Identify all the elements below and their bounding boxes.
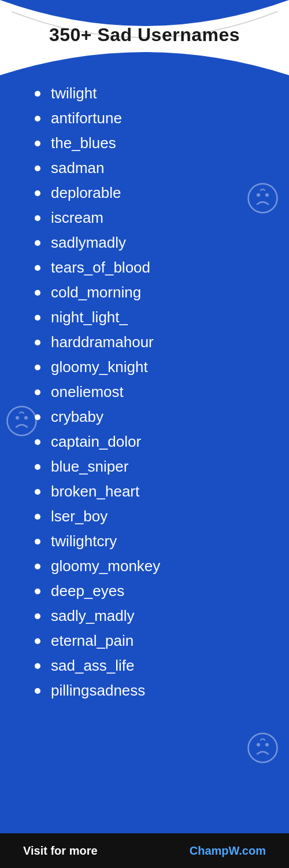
username-text: tears_of_blood <box>51 259 150 277</box>
list-item: sadlymadly <box>35 230 272 255</box>
username-text: broken_heart <box>51 483 139 501</box>
username-text: iscream <box>51 209 103 227</box>
list-item: captain_dolor <box>35 429 272 454</box>
username-text: the_blues <box>51 134 116 152</box>
username-text: lser_boy <box>51 507 108 525</box>
list-item: crybaby <box>35 404 272 429</box>
bullet-icon <box>35 215 40 221</box>
list-item: twilight <box>35 81 272 106</box>
username-text: harddramahour <box>51 333 154 351</box>
svg-point-8 <box>265 743 269 746</box>
username-text: eternal_pain <box>51 632 134 650</box>
bullet-icon <box>35 389 40 395</box>
svg-point-0 <box>249 184 277 213</box>
list-item: sadman <box>35 156 272 181</box>
bullet-icon <box>35 613 40 619</box>
username-text: gloomy_knight <box>51 358 148 376</box>
bullet-icon <box>35 265 40 271</box>
list-item: the_blues <box>35 131 272 156</box>
svg-point-3 <box>8 407 36 436</box>
bullet-icon <box>35 290 40 296</box>
list-item: oneliemost <box>35 380 272 404</box>
bullet-icon <box>35 464 40 470</box>
bullet-icon <box>35 663 40 669</box>
sad-face-bottom-right-icon <box>247 732 279 764</box>
list-item: blue_sniper <box>35 454 272 479</box>
username-text: sadly_madly <box>51 607 135 625</box>
list-item: gloomy_monkey <box>35 554 272 579</box>
svg-point-5 <box>24 416 28 420</box>
username-text: twilight <box>51 84 97 102</box>
username-text: deep_eyes <box>51 582 124 600</box>
username-text: pillingsadness <box>51 682 145 700</box>
sad-face-right-icon <box>247 182 279 214</box>
bullet-icon <box>35 688 40 694</box>
username-text: crybaby <box>51 408 103 426</box>
list-item: deplorable <box>35 181 272 205</box>
username-text: sad_ass_life <box>51 657 135 675</box>
username-text: twilightcry <box>51 532 117 550</box>
bullet-icon <box>35 240 40 246</box>
list-item: eternal_pain <box>35 628 272 653</box>
page-title: 350+ Sad Usernames <box>26 24 263 46</box>
username-list: twilightantifortunethe_bluessadmandeplor… <box>35 81 272 703</box>
list-item: sadly_madly <box>35 604 272 628</box>
list-item: twilightcry <box>35 529 272 554</box>
footer-site-name[interactable]: ChampW.com <box>190 844 266 857</box>
list-item: gloomy_knight <box>35 355 272 380</box>
username-text: sadman <box>51 159 105 177</box>
username-text: cold_morning <box>51 284 141 301</box>
bullet-icon <box>35 91 40 97</box>
username-text: antifortune <box>51 109 122 127</box>
svg-point-2 <box>265 193 269 197</box>
list-item: antifortune <box>35 106 272 131</box>
svg-point-4 <box>16 416 19 420</box>
bullet-icon <box>35 539 40 545</box>
bullet-icon <box>35 365 40 370</box>
username-text: blue_sniper <box>51 458 128 476</box>
header-banner: 350+ Sad Usernames <box>0 0 289 75</box>
bullet-icon <box>35 116 40 122</box>
svg-point-1 <box>257 193 260 197</box>
footer-site-label: ChampW.com <box>190 844 266 858</box>
list-item: deep_eyes <box>35 579 272 604</box>
bullet-icon <box>35 141 40 146</box>
bullet-icon <box>35 165 40 171</box>
username-text: deplorable <box>51 184 121 202</box>
username-text: gloomy_monkey <box>51 557 160 575</box>
list-item: tears_of_blood <box>35 255 272 280</box>
sad-face-left-icon <box>6 405 38 437</box>
bullet-icon <box>35 439 40 445</box>
bullet-icon <box>35 340 40 345</box>
bullet-icon <box>35 190 40 196</box>
list-item: sad_ass_life <box>35 653 272 678</box>
username-text: oneliemost <box>51 383 124 401</box>
list-item: cold_morning <box>35 280 272 305</box>
bullet-icon <box>35 315 40 321</box>
svg-point-7 <box>257 743 260 746</box>
username-text: night_light_ <box>51 308 128 326</box>
footer: Visit for more ChampW.com <box>0 833 289 868</box>
list-item: lser_boy <box>35 504 272 529</box>
bullet-icon <box>35 489 40 495</box>
bullet-icon <box>35 564 40 569</box>
svg-point-6 <box>249 734 277 763</box>
list-item: broken_heart <box>35 479 272 504</box>
bullet-icon <box>35 514 40 520</box>
bullet-icon <box>35 589 40 594</box>
username-text: captain_dolor <box>51 433 141 451</box>
list-item: harddramahour <box>35 330 272 355</box>
list-item: pillingsadness <box>35 678 272 703</box>
list-item: iscream <box>35 205 272 230</box>
bullet-icon <box>35 638 40 644</box>
footer-visit-label: Visit for more <box>23 844 98 858</box>
list-item: night_light_ <box>35 305 272 330</box>
content-area: twilightantifortunethe_bluessadmandeplor… <box>0 75 289 833</box>
username-text: sadlymadly <box>51 234 126 252</box>
